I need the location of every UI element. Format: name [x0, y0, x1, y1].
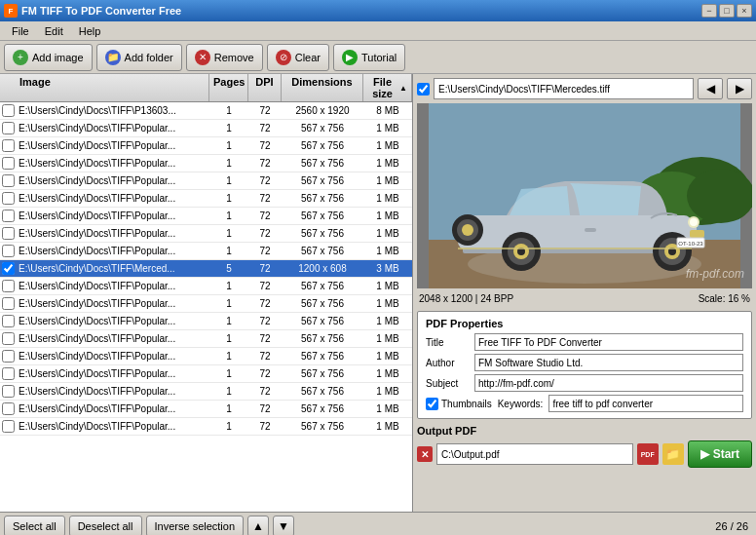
scroll-up-button[interactable]: ▲ — [247, 516, 269, 536]
inverse-selection-button[interactable]: Inverse selection — [146, 516, 245, 536]
menu-help[interactable]: Help — [71, 23, 109, 39]
close-button[interactable]: × — [737, 4, 752, 18]
col-header-dpi[interactable]: DPI — [248, 74, 282, 101]
row-checkbox[interactable] — [0, 280, 16, 292]
table-row[interactable]: E:\Users\Cindy\Docs\TIFF\Popular... 1 72… — [0, 383, 412, 401]
pdf-subject-input[interactable] — [474, 374, 743, 392]
add-folder-button[interactable]: 📁 Add folder — [96, 44, 182, 71]
row-check-input[interactable] — [2, 350, 15, 363]
row-check-input[interactable] — [2, 315, 15, 327]
table-row[interactable]: E:\Users\Cindy\Docs\TIFF\Merced... 5 72 … — [0, 260, 412, 278]
table-row[interactable]: E:\Users\Cindy\Docs\TIFF\Popular... 1 72… — [0, 225, 412, 243]
row-checkbox[interactable] — [0, 420, 16, 433]
row-checkbox[interactable] — [0, 104, 16, 117]
row-check-input[interactable] — [2, 402, 15, 415]
app-icon: F — [4, 4, 18, 18]
row-checkbox[interactable] — [0, 174, 16, 187]
row-check-input[interactable] — [2, 420, 15, 433]
table-row[interactable]: E:\Users\Cindy\Docs\TIFF\Popular... 1 72… — [0, 208, 412, 225]
output-clear-button[interactable]: ✕ — [417, 446, 433, 462]
pdf-title-input[interactable] — [474, 333, 743, 351]
tutorial-button[interactable]: ▶ Tutorial — [333, 44, 405, 71]
table-row[interactable]: E:\Users\Cindy\Docs\TIFF\P13603... 1 72 … — [0, 102, 412, 120]
row-check-input[interactable] — [2, 104, 15, 117]
output-path-input[interactable] — [436, 443, 633, 465]
row-check-input[interactable] — [2, 174, 15, 187]
scroll-down-button[interactable]: ▼ — [273, 516, 294, 536]
cell-image-path: E:\Users\Cindy\Docs\TIFF\Popular... — [16, 157, 209, 170]
table-row[interactable]: E:\Users\Cindy\Docs\TIFF\Popular... 1 72… — [0, 365, 412, 383]
col-header-pages[interactable]: Pages — [209, 74, 248, 101]
row-checkbox[interactable] — [0, 157, 16, 170]
row-checkbox[interactable] — [0, 367, 16, 380]
row-check-input[interactable] — [2, 139, 15, 152]
row-checkbox[interactable] — [0, 245, 16, 257]
table-row[interactable]: E:\Users\Cindy\Docs\TIFF\Popular... 1 72… — [0, 120, 412, 137]
menu-edit[interactable]: Edit — [37, 23, 71, 39]
col-header-filesize[interactable]: File size ▲ — [363, 74, 412, 101]
start-button[interactable]: ▶ Start — [688, 440, 752, 468]
row-checkbox[interactable] — [0, 350, 16, 363]
row-check-input[interactable] — [2, 332, 15, 345]
pdf-author-input[interactable] — [474, 354, 743, 371]
cell-filesize: 1 MB — [363, 245, 412, 257]
row-check-input[interactable] — [2, 227, 15, 240]
cell-image-path: E:\Users\Cindy\Docs\TIFF\Popular... — [16, 139, 209, 152]
col-header-dimensions[interactable]: Dimensions — [282, 74, 363, 101]
row-checkbox[interactable] — [0, 122, 16, 134]
table-row[interactable]: E:\Users\Cindy\Docs\TIFF\Popular... 1 72… — [0, 137, 412, 155]
row-check-input[interactable] — [2, 367, 15, 380]
table-row[interactable]: E:\Users\Cindy\Docs\TIFF\Popular... 1 72… — [0, 278, 412, 295]
row-checkbox[interactable] — [0, 297, 16, 310]
row-check-input[interactable] — [2, 210, 15, 222]
table-row[interactable]: E:\Users\Cindy\Docs\TIFF\Popular... 1 72… — [0, 243, 412, 260]
table-row[interactable]: E:\Users\Cindy\Docs\TIFF\Popular... 1 72… — [0, 155, 412, 172]
clear-button[interactable]: ⊘ Clear — [267, 44, 329, 71]
nav-prev-button[interactable]: ◀ — [698, 78, 723, 99]
nav-next-button[interactable]: ▶ — [727, 78, 752, 99]
table-row[interactable]: E:\Users\Cindy\Docs\TIFF\Popular... 1 72… — [0, 348, 412, 365]
cell-dimensions: 567 x 756 — [282, 420, 363, 433]
deselect-all-button[interactable]: Deselect all — [69, 516, 142, 536]
row-check-input[interactable] — [2, 280, 15, 292]
cell-filesize: 1 MB — [363, 210, 412, 222]
table-row[interactable]: E:\Users\Cindy\Docs\TIFF\Popular... 1 72… — [0, 401, 412, 418]
row-check-input[interactable] — [2, 245, 15, 257]
table-row[interactable]: E:\Users\Cindy\Docs\TIFF\Popular... 1 72… — [0, 418, 412, 436]
table-row[interactable]: E:\Users\Cindy\Docs\TIFF\Popular... 1 72… — [0, 313, 412, 330]
preview-checkbox[interactable] — [417, 83, 430, 96]
keywords-input[interactable] — [548, 395, 743, 412]
row-checkbox[interactable] — [0, 385, 16, 398]
output-folder-button[interactable]: 📁 — [662, 443, 684, 465]
svg-point-22 — [690, 218, 698, 226]
row-checkbox[interactable] — [0, 139, 16, 152]
remove-icon: ✕ — [195, 50, 210, 65]
row-checkbox[interactable] — [0, 227, 16, 240]
row-checkbox[interactable] — [0, 262, 16, 275]
file-list[interactable]: E:\Users\Cindy\Docs\TIFF\P13603... 1 72 … — [0, 102, 412, 512]
row-check-input[interactable] — [2, 157, 15, 170]
minimize-button[interactable]: − — [701, 4, 717, 18]
thumbnails-checkbox[interactable] — [426, 398, 438, 410]
table-row[interactable]: E:\Users\Cindy\Docs\TIFF\Popular... 1 72… — [0, 330, 412, 348]
row-checkbox[interactable] — [0, 315, 16, 327]
row-check-input[interactable] — [2, 192, 15, 205]
remove-button[interactable]: ✕ Remove — [186, 44, 263, 71]
col-header-image[interactable]: Image — [16, 74, 209, 101]
table-row[interactable]: E:\Users\Cindy\Docs\TIFF\Popular... 1 72… — [0, 295, 412, 313]
maximize-button[interactable]: □ — [719, 4, 735, 18]
output-pdf-icon: PDF — [637, 443, 659, 465]
row-check-input[interactable] — [2, 297, 15, 310]
table-row[interactable]: E:\Users\Cindy\Docs\TIFF\Popular... 1 72… — [0, 190, 412, 208]
row-checkbox[interactable] — [0, 402, 16, 415]
row-check-input[interactable] — [2, 385, 15, 398]
table-row[interactable]: E:\Users\Cindy\Docs\TIFF\Popular... 1 72… — [0, 172, 412, 190]
row-checkbox[interactable] — [0, 210, 16, 222]
row-checkbox[interactable] — [0, 332, 16, 345]
add-image-button[interactable]: + Add image — [4, 44, 93, 71]
menu-file[interactable]: File — [4, 23, 37, 39]
row-check-input[interactable] — [2, 122, 15, 134]
row-checkbox[interactable] — [0, 192, 16, 205]
select-all-button[interactable]: Select all — [4, 516, 65, 536]
row-check-input[interactable] — [2, 262, 15, 275]
